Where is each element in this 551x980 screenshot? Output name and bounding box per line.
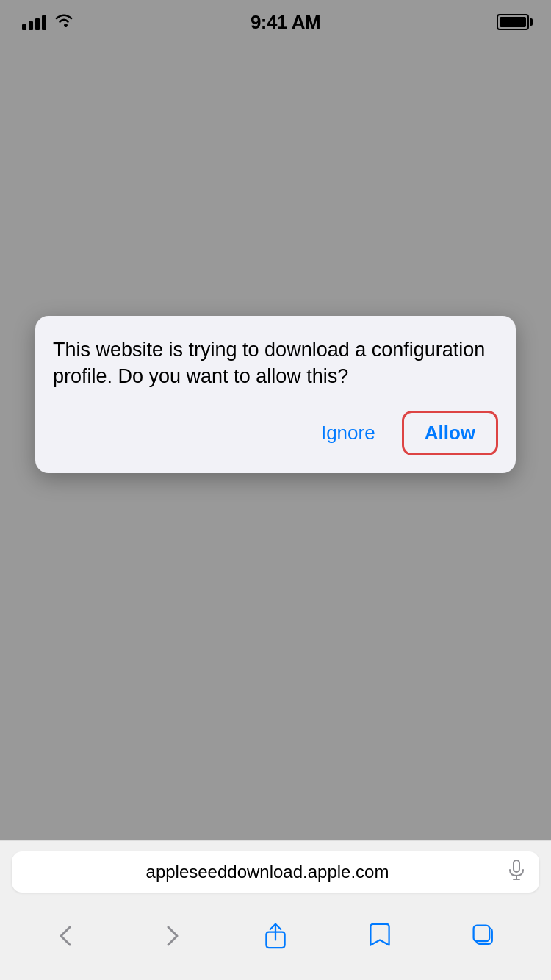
bottom-bar: appleseeddownload.apple.com xyxy=(0,840,551,980)
svg-rect-0 xyxy=(514,860,519,872)
allow-button[interactable]: Allow xyxy=(402,411,498,455)
nav-buttons xyxy=(0,900,551,980)
svg-rect-5 xyxy=(474,925,490,941)
battery-fill xyxy=(500,17,526,27)
wifi-icon xyxy=(54,12,74,32)
ignore-button[interactable]: Ignore xyxy=(312,416,384,450)
signal-bars-icon xyxy=(22,14,46,30)
status-bar: 9:41 AM xyxy=(0,0,551,44)
status-left xyxy=(22,12,74,32)
signal-bar-4 xyxy=(42,15,46,30)
status-right xyxy=(497,14,529,30)
alert-dialog: This website is trying to download a con… xyxy=(35,316,516,473)
status-time: 9:41 AM xyxy=(251,11,320,34)
tabs-button[interactable] xyxy=(465,917,503,955)
alert-message: This website is trying to download a con… xyxy=(53,336,498,390)
back-button[interactable] xyxy=(48,917,86,955)
url-bar-container: appleseeddownload.apple.com xyxy=(0,841,551,900)
url-text: appleseeddownload.apple.com xyxy=(26,862,508,882)
share-button[interactable] xyxy=(256,917,295,955)
bookmarks-button[interactable] xyxy=(361,917,399,955)
signal-bar-2 xyxy=(29,21,33,30)
microphone-icon[interactable] xyxy=(508,860,525,884)
forward-button[interactable] xyxy=(152,917,190,955)
url-bar[interactable]: appleseeddownload.apple.com xyxy=(12,851,539,893)
battery-icon xyxy=(497,14,529,30)
signal-bar-1 xyxy=(22,24,26,30)
signal-bar-3 xyxy=(35,18,40,30)
alert-buttons: Ignore Allow xyxy=(53,411,498,455)
